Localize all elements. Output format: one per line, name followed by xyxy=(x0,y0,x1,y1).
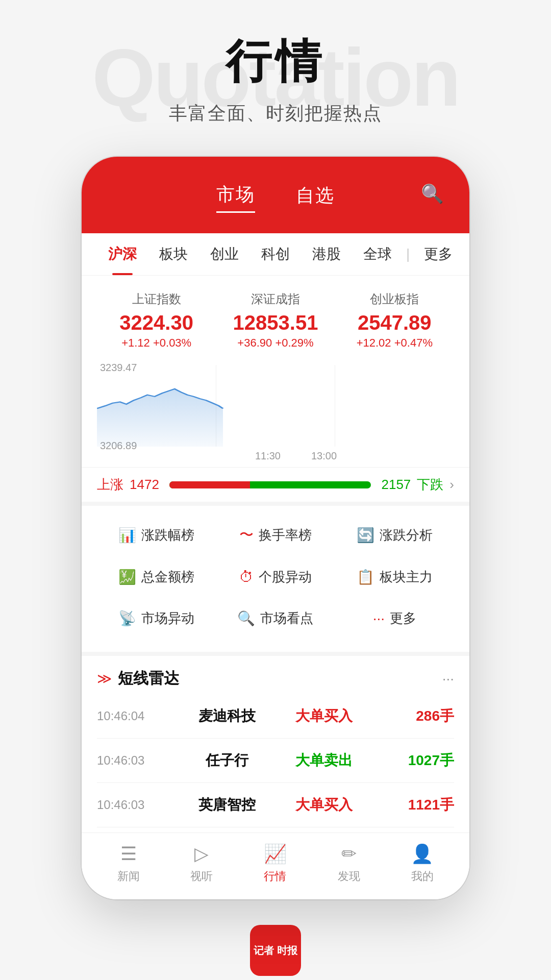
chart-time1: 11:30 xyxy=(255,450,281,462)
nav-media[interactable]: ▷ 视听 xyxy=(190,843,213,884)
bottom-nav: ☰ 新闻 ▷ 视听 📈 行情 ✏ 发现 👤 我的 xyxy=(82,832,469,899)
tool-label-amount: 总金额榜 xyxy=(141,568,194,586)
chart-time2: 13:00 xyxy=(311,450,337,462)
fall-count: 2157 xyxy=(381,477,411,493)
search-icon[interactable]: 🔍 xyxy=(421,183,444,205)
tool-icon-market-anomaly: 📡 xyxy=(118,610,136,627)
tool-icon-more: ··· xyxy=(373,610,385,627)
rise-label: 上涨 xyxy=(97,476,123,494)
index-shanghai-change: +1.12 +0.03% xyxy=(97,336,216,350)
index-chuangye-change: +12.02 +0.47% xyxy=(335,336,454,350)
radar-more-icon[interactable]: ··· xyxy=(442,671,454,687)
tool-market-view[interactable]: 🔍 市场看点 xyxy=(216,600,334,636)
page-footer: 记者 时报 人民日报金融传媒集团出品 xyxy=(190,925,361,980)
sub-nav-kechuang[interactable]: 科创 xyxy=(250,233,301,275)
index-shenzhen-value: 12853.51 xyxy=(216,311,335,334)
tool-icon-analysis: 🔄 xyxy=(357,527,374,544)
footer-logo: 记者 时报 xyxy=(250,925,301,976)
nav-media-label: 视听 xyxy=(190,869,213,884)
radar-stock-1: 任子行 xyxy=(179,751,276,770)
page-wrapper: Quotation 行情 丰富全面、时刻把握热点 市场 自选 🔍 沪深 板块 创… xyxy=(0,0,551,980)
sub-nav-chuangye[interactable]: 创业 xyxy=(199,233,250,275)
progress-red-portion xyxy=(169,481,250,488)
market-icon: 📈 xyxy=(264,843,287,865)
radar-title-text: 短线雷达 xyxy=(118,668,179,689)
tool-rise-fall-rank[interactable]: 📊 涨跌幅榜 xyxy=(97,516,215,554)
tool-label-more: 更多 xyxy=(390,609,416,627)
sub-nav: 沪深 板块 创业 科创 港股 全球 | 更多 xyxy=(82,233,469,276)
index-shenzhen[interactable]: 深证成指 12853.51 +36.90 +0.29% xyxy=(216,291,335,350)
header-tab-market[interactable]: 市场 xyxy=(216,182,255,213)
radar-action-0: 大单买入 xyxy=(276,706,372,726)
radar-stock-0: 麦迪科技 xyxy=(179,706,276,726)
fall-label: 下跌 xyxy=(417,476,443,494)
sub-nav-sector[interactable]: 板块 xyxy=(148,233,199,275)
radar-header: ≫ 短线雷达 ··· xyxy=(97,668,454,689)
radar-amount-2: 1121手 xyxy=(372,795,454,815)
tool-market-anomaly[interactable]: 📡 市场异动 xyxy=(97,600,215,636)
tool-stock-anomaly[interactable]: ⏱ 个股异动 xyxy=(216,559,334,595)
chevron-right-icon: › xyxy=(449,477,454,493)
page-subtitle: 丰富全面、时刻把握热点 xyxy=(169,101,382,126)
sub-nav-shanghai[interactable]: 沪深 xyxy=(97,233,148,275)
radar-item-1[interactable]: 10:46:03 任子行 大单卖出 1027手 xyxy=(97,739,454,783)
radar-stock-2: 英唐智控 xyxy=(179,795,276,815)
discover-icon: ✏ xyxy=(341,843,357,865)
sub-nav-hkstock[interactable]: 港股 xyxy=(301,233,352,275)
radar-amount-1: 1027手 xyxy=(372,751,454,770)
index-chuangye[interactable]: 创业板指 2547.89 +12.02 +0.47% xyxy=(335,291,454,350)
tool-label-analysis: 涨跌分析 xyxy=(380,526,433,544)
radar-item-2[interactable]: 10:46:03 英唐智控 大单买入 1121手 xyxy=(97,783,454,827)
tool-label-turnover: 换手率榜 xyxy=(259,526,312,544)
tool-icon-sector: 📋 xyxy=(357,569,374,585)
radar-section: ≫ 短线雷达 ··· 10:46:04 麦迪科技 大单买入 286手 10:46… xyxy=(82,652,469,832)
radar-action-2: 大单买入 xyxy=(276,795,372,815)
chart-time-labels: 11:30 13:00 xyxy=(82,450,469,462)
nav-news[interactable]: ☰ 新闻 xyxy=(117,843,140,884)
tool-label-rise-fall: 涨跌幅榜 xyxy=(141,526,194,544)
tool-label-market-anomaly: 市场异动 xyxy=(141,609,194,627)
index-shenzhen-name: 深证成指 xyxy=(216,291,335,307)
index-shanghai-value: 3224.30 xyxy=(97,311,216,334)
phone-mockup: 市场 自选 🔍 沪深 板块 创业 科创 港股 全球 | 更多 上证指数 3224… xyxy=(82,157,469,899)
app-header: 市场 自选 🔍 xyxy=(82,157,469,233)
media-icon: ▷ xyxy=(194,843,209,865)
tools-row-3: 📡 市场异动 🔍 市场看点 ··· 更多 xyxy=(97,600,454,636)
sub-nav-more[interactable]: 更多 xyxy=(413,233,464,275)
sub-nav-divider: | xyxy=(403,246,413,262)
index-shanghai-name: 上证指数 xyxy=(97,291,216,307)
news-icon: ☰ xyxy=(120,843,137,865)
rise-fall-bar[interactable]: 上涨 1472 2157 下跌 › xyxy=(82,467,469,502)
radar-title-icon: ≫ xyxy=(97,670,112,687)
tool-icon-market-view: 🔍 xyxy=(237,610,255,627)
tool-icon-turnover: 〜 xyxy=(239,525,254,545)
nav-market[interactable]: 📈 行情 xyxy=(264,843,287,884)
nav-profile-label: 我的 xyxy=(411,869,434,884)
tools-row-1: 📊 涨跌幅榜 〜 换手率榜 🔄 涨跌分析 xyxy=(97,516,454,554)
nav-profile[interactable]: 👤 我的 xyxy=(411,843,434,884)
chart-area[interactable]: 3239.47 3206.89 xyxy=(82,355,469,467)
chart-svg-container xyxy=(97,365,454,447)
tool-turnover-rank[interactable]: 〜 换手率榜 xyxy=(216,516,334,554)
header-tab-watchlist[interactable]: 自选 xyxy=(296,183,335,212)
index-shenzhen-change: +36.90 +0.29% xyxy=(216,336,335,350)
sub-nav-global[interactable]: 全球 xyxy=(352,233,403,275)
tool-label-stock-anomaly: 个股异动 xyxy=(259,568,312,586)
progress-bar xyxy=(169,481,371,488)
radar-item-0[interactable]: 10:46:04 麦迪科技 大单买入 286手 xyxy=(97,694,454,739)
tool-label-sector: 板块主力 xyxy=(380,568,433,586)
radar-time-2: 10:46:03 xyxy=(97,798,179,812)
tool-icon-stock-anomaly: ⏱ xyxy=(239,569,254,585)
radar-title: ≫ 短线雷达 xyxy=(97,668,179,689)
index-shanghai[interactable]: 上证指数 3224.30 +1.12 +0.03% xyxy=(97,291,216,350)
tools-section: 📊 涨跌幅榜 〜 换手率榜 🔄 涨跌分析 💹 总金额榜 ⏱ xyxy=(82,502,469,652)
nav-discover-label: 发现 xyxy=(338,869,360,884)
tool-label-market-view: 市场看点 xyxy=(260,609,313,627)
nav-discover[interactable]: ✏ 发现 xyxy=(338,843,360,884)
tool-total-amount[interactable]: 💹 总金额榜 xyxy=(97,559,215,595)
index-section: 上证指数 3224.30 +1.12 +0.03% 深证成指 12853.51 … xyxy=(82,276,469,355)
tool-icon-rise-fall: 📊 xyxy=(118,527,136,544)
tool-more[interactable]: ··· 更多 xyxy=(336,600,454,636)
tool-sector-main[interactable]: 📋 板块主力 xyxy=(336,559,454,595)
tool-rise-fall-analysis[interactable]: 🔄 涨跌分析 xyxy=(336,516,454,554)
